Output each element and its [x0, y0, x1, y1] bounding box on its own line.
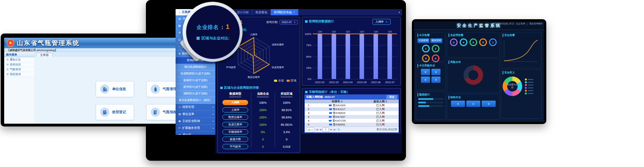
export-button[interactable]: 导出 — [386, 95, 397, 99]
bar — [360, 34, 364, 79]
gauge-ring: 0 — [450, 38, 458, 46]
gauge-ring: 0 — [469, 38, 477, 46]
cylinder-system-window: ★ 山东省气瓶管理系统 【威海盛祥气体有限公司-whshengxiang】 操作… — [1, 34, 176, 126]
page-input[interactable]: 1 — [323, 128, 329, 132]
stat-tile[interactable]: 0 — [451, 101, 465, 107]
first-page-button[interactable]: |◀ — [316, 128, 318, 131]
refresh-icon[interactable]: ↻ — [338, 128, 340, 131]
stat-tile[interactable]: 0 — [466, 101, 480, 107]
table-row[interactable]: 2 鲁KA1117 已入网 — [305, 107, 399, 111]
sidebar-submenu-item[interactable]: 超速统计(基于运政) — [176, 77, 215, 84]
next-page-button[interactable]: ▶ — [330, 128, 332, 131]
home-card[interactable]: 气瓶管理 — [146, 81, 176, 97]
sidebar-menu-item[interactable]: ▥ 整合运单 ▾ — [176, 111, 215, 118]
legend-item: 区域 — [287, 79, 296, 82]
expand-plus-icon[interactable]: ⊞ — [6, 72, 9, 77]
table-row[interactable]: 4 鲁KA7637 已入网 — [305, 115, 399, 119]
detail-row: 上线率 100% 99.91% — [220, 106, 298, 114]
stat-tile[interactable]: 0 — [431, 77, 441, 83]
caret-down-icon: ▾ — [311, 128, 313, 132]
pagination-summary: 显示1到6,共6记录 — [376, 128, 397, 131]
home-card[interactable]: 气瓶报检 — [146, 104, 176, 120]
metric-pill-button[interactable]: 超速次数 — [222, 137, 248, 142]
operation-menu-item[interactable]: ⊞气瓶管理 — [4, 67, 34, 72]
today-alarm-panel: 今日告警 计划管理图表管理 1200 — [416, 32, 446, 61]
metric-pill-button[interactable]: 轨迹完整率 — [222, 122, 248, 127]
maintenance-link[interactable]: 系统管理维护 — [529, 22, 543, 26]
stat-tile[interactable]: 0 — [421, 69, 430, 75]
home-card[interactable]: 单位信息 — [96, 81, 134, 97]
menu-item-icon: ◔ — [178, 45, 180, 48]
stat-tile[interactable]: 0 — [482, 101, 496, 107]
svg-text:入网率: 入网率 — [250, 33, 258, 36]
special-work-panel: 特殊作业 000 — [447, 94, 500, 120]
table-row[interactable]: 6 鲁K56951 已入网 — [305, 123, 399, 126]
expand-plus-icon[interactable]: ⊞ — [6, 57, 9, 62]
vehicle-rows: 1 鲁KA1909 已入网 2 鲁KA1117 已入网 3 鲁K96604 已入… — [305, 103, 399, 126]
sidebar-menu-item[interactable]: ◉ 主动安全防御 ▾ — [176, 118, 215, 125]
tabbar-overflow-icon[interactable]: ▾ — [397, 9, 402, 15]
expand-plus-icon[interactable]: ⊞ — [6, 62, 9, 67]
prev-page-button[interactable]: ◀ — [319, 128, 321, 131]
svg-text:平均疲劳: 平均疲劳 — [226, 66, 236, 68]
page-size-select[interactable]: 10 ▾ — [306, 128, 314, 132]
center-main: 车辆列表× 统计分析× 数据看板× 联网联控考核× ▾ 企业排名 : 1 查询日… — [215, 9, 402, 154]
bar — [332, 34, 336, 79]
close-icon[interactable]: × — [293, 9, 295, 15]
expand-plus-icon[interactable]: ⊞ — [6, 67, 9, 72]
sidebar-submenu-item[interactable]: 每日轨迹数据统计 — [176, 64, 215, 71]
home-card[interactable]: 使用登记 — [96, 104, 134, 120]
quick-button[interactable]: 计划管理 — [417, 38, 429, 43]
metric-pill-button[interactable]: 平均疲劳 — [222, 144, 248, 149]
divider: | — [527, 23, 527, 25]
region-value: 100% — [275, 101, 298, 104]
quick-button[interactable]: 图表管理 — [430, 38, 442, 43]
chevron-down-icon: ▾ — [213, 127, 214, 129]
pagination-bar: 10 ▾ |◀ ◀ 1 ▶ ▶| ↻ 显示1到6,共6记录 — [305, 126, 399, 132]
sidebar-submenu-item[interactable]: 疲劳统计(基于运政) — [176, 84, 215, 90]
plate-column-header[interactable]: 车牌号⇅ — [312, 100, 362, 103]
app-header: ★ 山东省气瓶管理系统 — [4, 38, 176, 48]
national-emblem-icon: ★ — [7, 39, 14, 47]
content-tab[interactable]: 联网联控考核× — [271, 9, 298, 15]
vehicle-icon — [329, 104, 332, 106]
query-date-select[interactable]: 2022-07 ▼ — [280, 20, 298, 24]
metric-pill-button[interactable]: 上线率 — [222, 107, 248, 112]
investment-panel: 安全投入 安全投入占比 — [501, 69, 542, 119]
operation-menu-item[interactable]: ⊞系统管理 — [4, 72, 34, 77]
table-row[interactable]: 5 鲁KA7C05 已入网 — [305, 119, 399, 123]
status-column-header[interactable]: 是否入网⇅ — [362, 100, 399, 103]
metric-pill-button[interactable]: 数据合格率 — [222, 115, 248, 120]
sidebar-submenu-item[interactable]: 漂移统计(基于运政) — [176, 90, 215, 97]
table-row[interactable]: 1 鲁KA1909 已入网 — [305, 103, 399, 107]
home-icon: ⌂ — [179, 10, 180, 14]
investment-donut-label: 安全投入占比 — [507, 81, 518, 92]
sidebar-submenu-item[interactable]: 每日轨迹数据统计（测试） — [176, 97, 215, 104]
metric-pill-button[interactable]: 入网率 — [222, 100, 248, 105]
vehicle-table: 车辆入网明细 -2022-07 导出 车牌号⇅ 是否入网⇅ 1 鲁KA1909 … — [304, 94, 399, 133]
sidebar-menu-item[interactable]: ✂ 扩展服务管理 ▾ — [176, 125, 215, 132]
operation-menu-item[interactable]: ⊞通知公告 — [4, 57, 34, 62]
stat-tile[interactable]: 0 — [421, 77, 430, 83]
gauge-ring: 0 — [422, 55, 430, 62]
menu-item-icon: ⚙ — [178, 31, 181, 34]
sidebar-submenu-item[interactable]: 轨迹数据统计(基于运政) — [176, 71, 215, 77]
magnifier-ring: 企业排名 ： 1 区域与企业对比: — [183, 2, 243, 62]
admin-link[interactable]: 后台管理 — [516, 22, 525, 26]
legend-item — [525, 81, 533, 83]
magnified-rank: 企业排名 ： 1 — [197, 23, 229, 31]
bar — [346, 34, 350, 79]
region-value: 99.84% — [275, 116, 298, 119]
stat-tile[interactable]: 0 — [431, 69, 441, 75]
operation-menu-item[interactable]: ⊞基础信息 — [4, 62, 34, 67]
metric-pill-button[interactable]: 车辆漂移率 — [222, 129, 248, 135]
company-bar: 【威海盛祥气体有限公司-whshengxiang】 — [4, 48, 176, 52]
last-page-button[interactable]: ▶| — [334, 128, 336, 131]
sidebar-menu-item[interactable]: ▧ 通行码 ▾ — [176, 132, 215, 135]
table-row[interactable]: 3 鲁K96604 已入网 — [305, 111, 399, 115]
content-tab[interactable]: 数据看板× — [252, 9, 271, 15]
sidebar-menu-item[interactable]: ⚠ 报警管理 ▾ — [176, 104, 215, 111]
bar — [373, 34, 378, 79]
caret-down-icon: ▼ — [294, 21, 296, 23]
query-date-label: 查询日期: — [266, 20, 278, 24]
